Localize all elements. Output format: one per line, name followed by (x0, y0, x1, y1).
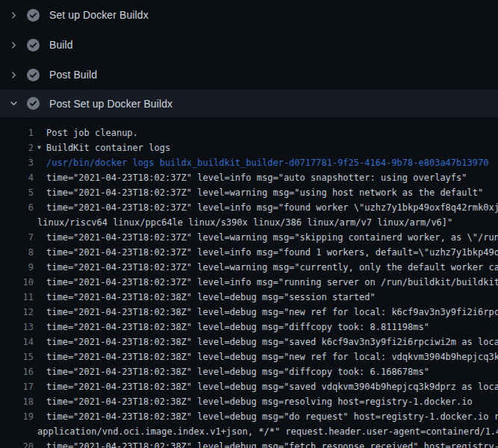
line-number[interactable]: 11 (0, 290, 34, 305)
chevron-right-icon (10, 11, 18, 19)
log-row: 15 time="2021-04-23T18:02:38Z" level=deb… (0, 349, 498, 364)
step-label: Build (49, 39, 73, 51)
log-row: 4 time="2021-04-23T18:02:37Z" level=info… (0, 170, 498, 185)
log-text: Post job cleanup. (46, 125, 138, 140)
line-number[interactable]: 20 (0, 439, 34, 448)
line-number[interactable]: 2 (0, 140, 34, 155)
step-post-set-up-docker-buildx[interactable]: Post Set up Docker Buildx (0, 90, 498, 117)
log-row: 17 time="2021-04-23T18:02:38Z" level=deb… (0, 379, 498, 394)
log-row: 6 time="2021-04-23T18:02:37Z" level=info… (0, 200, 498, 215)
log-group-caret-icon[interactable]: ▼ (37, 140, 46, 155)
line-number[interactable]: 1 (0, 125, 34, 140)
log-text: time="2021-04-23T18:02:38Z" level=debug … (46, 394, 473, 409)
log-text: time="2021-04-23T18:02:38Z" level=debug … (46, 364, 429, 379)
log-text: application/vnd.oci.image.index.v1+json,… (37, 424, 498, 439)
log-text: time="2021-04-23T18:02:38Z" level=debug … (46, 320, 429, 335)
log-text: time="2021-04-23T18:02:38Z" level=debug … (46, 379, 498, 394)
log-text: time="2021-04-23T18:02:37Z" level=info m… (46, 245, 498, 260)
log-row: linux/riscv64 linux/ppc64le linux/s390x … (0, 215, 498, 230)
steps-list: Set up Docker Buildx Build Post Build (0, 0, 498, 117)
log-text: linux/riscv64 linux/ppc64le linux/s390x … (37, 215, 452, 230)
line-number[interactable]: 17 (0, 379, 34, 394)
log-text: time="2021-04-23T18:02:37Z" level=info m… (46, 170, 467, 185)
log-row: 20 time="2021-04-23T18:02:38Z" level=deb… (0, 439, 498, 448)
log-row: 14 time="2021-04-23T18:02:38Z" level=deb… (0, 335, 498, 349)
log-text: time="2021-04-23T18:02:37Z" level=warnin… (46, 230, 498, 245)
log-row: 1 Post job cleanup. (0, 125, 498, 140)
log-row: 13 time="2021-04-23T18:02:38Z" level=deb… (0, 320, 498, 335)
log-row: 3 /usr/bin/docker logs buildx_buildkit_b… (0, 155, 498, 170)
log-row: 19 time="2021-04-23T18:02:38Z" level=deb… (0, 409, 498, 424)
log-text: time="2021-04-23T18:02:38Z" level=debug … (46, 335, 498, 349)
log-row: application/vnd.oci.image.index.v1+json,… (0, 424, 498, 439)
log-row: 10 time="2021-04-23T18:02:37Z" level=inf… (0, 275, 498, 290)
step-success-check-icon (27, 39, 40, 52)
line-number[interactable]: 4 (0, 170, 34, 185)
step-success-check-icon (27, 9, 40, 22)
step-label: Set up Docker Buildx (49, 9, 149, 21)
log-row: 16 time="2021-04-23T18:02:38Z" level=deb… (0, 364, 498, 379)
line-number[interactable]: 12 (0, 305, 34, 320)
log-row: 12 time="2021-04-23T18:02:38Z" level=deb… (0, 305, 498, 320)
log-text: /usr/bin/docker logs buildx_buildkit_bui… (46, 155, 488, 170)
step-build[interactable]: Build (0, 30, 498, 60)
log-rows: 1 Post job cleanup. 2 ▼ BuildKit contain… (0, 125, 498, 448)
log-text: time="2021-04-23T18:02:38Z" level=debug … (46, 349, 498, 364)
log-row: 18 time="2021-04-23T18:02:38Z" level=deb… (0, 394, 498, 409)
chevron-down-icon (10, 99, 18, 108)
log-row: 8 time="2021-04-23T18:02:37Z" level=info… (0, 245, 498, 260)
log-row: 9 time="2021-04-23T18:02:37Z" level=warn… (0, 260, 498, 275)
log-text: time="2021-04-23T18:02:37Z" level=info m… (46, 275, 498, 290)
log-text: time="2021-04-23T18:02:37Z" level=info m… (46, 200, 498, 215)
line-number[interactable]: 14 (0, 335, 34, 349)
step-label: Post Set up Docker Buildx (49, 98, 172, 110)
log-text: time="2021-04-23T18:02:38Z" level=debug … (46, 290, 376, 305)
log-row: 2 ▼ BuildKit container logs (0, 140, 498, 155)
step-post-build[interactable]: Post Build (0, 60, 498, 90)
log-text: time="2021-04-23T18:02:37Z" level=warnin… (46, 260, 498, 275)
log-row: 11 time="2021-04-23T18:02:38Z" level=deb… (0, 290, 498, 305)
step-success-check-icon (27, 69, 40, 81)
line-number[interactable]: 16 (0, 364, 34, 379)
line-number[interactable]: 15 (0, 349, 34, 364)
log-text: time="2021-04-23T18:02:38Z" level=debug … (46, 305, 498, 320)
line-number[interactable]: 19 (0, 409, 34, 424)
line-number[interactable]: 6 (0, 200, 34, 215)
step-set-up-docker-buildx[interactable]: Set up Docker Buildx (0, 0, 498, 30)
chevron-right-icon (10, 41, 18, 49)
line-number[interactable]: 7 (0, 230, 34, 245)
log-text: time="2021-04-23T18:02:37Z" level=warnin… (46, 185, 483, 200)
step-success-check-icon (27, 97, 40, 110)
line-number[interactable]: 8 (0, 245, 34, 260)
log-text[interactable]: BuildKit container logs (46, 140, 170, 155)
line-number[interactable]: 13 (0, 320, 34, 335)
log-area: 1 Post job cleanup. 2 ▼ BuildKit contain… (0, 117, 498, 448)
line-number[interactable]: 3 (0, 155, 34, 170)
line-number[interactable]: 5 (0, 185, 34, 200)
actions-log-viewer: Set up Docker Buildx Build Post Build (0, 0, 498, 448)
line-number[interactable]: 18 (0, 394, 34, 409)
log-text: time="2021-04-23T18:02:38Z" level=debug … (46, 409, 498, 424)
log-row: 5 time="2021-04-23T18:02:37Z" level=warn… (0, 185, 498, 200)
log-text: time="2021-04-23T18:02:38Z" level=debug … (46, 439, 498, 448)
line-number[interactable]: 9 (0, 260, 34, 275)
line-number[interactable]: 10 (0, 275, 34, 290)
chevron-right-icon (10, 71, 18, 79)
step-label: Post Build (49, 69, 97, 81)
log-row: 7 time="2021-04-23T18:02:37Z" level=warn… (0, 230, 498, 245)
